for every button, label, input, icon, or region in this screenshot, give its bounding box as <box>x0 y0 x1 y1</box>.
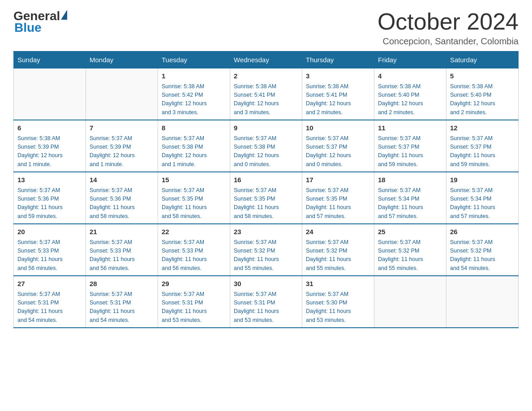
day-info: Sunrise: 5:37 AM Sunset: 5:32 PM Dayligh… <box>234 238 298 273</box>
day-number: 2 <box>234 71 298 81</box>
day-info: Sunrise: 5:37 AM Sunset: 5:33 PM Dayligh… <box>90 238 154 273</box>
calendar-cell: 19Sunrise: 5:37 AM Sunset: 5:34 PM Dayli… <box>446 172 519 224</box>
calendar-cell: 20Sunrise: 5:37 AM Sunset: 5:33 PM Dayli… <box>14 224 86 276</box>
title-block: October 2024 Concepcion, Santander, Colo… <box>378 9 519 47</box>
calendar-cell: 14Sunrise: 5:37 AM Sunset: 5:36 PM Dayli… <box>86 172 158 224</box>
day-info: Sunrise: 5:37 AM Sunset: 5:31 PM Dayligh… <box>90 290 154 325</box>
day-info: Sunrise: 5:38 AM Sunset: 5:40 PM Dayligh… <box>450 82 515 117</box>
calendar-cell: 10Sunrise: 5:37 AM Sunset: 5:37 PM Dayli… <box>302 120 374 172</box>
day-info: Sunrise: 5:38 AM Sunset: 5:39 PM Dayligh… <box>17 134 82 169</box>
weekday-header-saturday: Saturday <box>446 51 519 68</box>
day-info: Sunrise: 5:37 AM Sunset: 5:31 PM Dayligh… <box>234 290 298 325</box>
day-info: Sunrise: 5:37 AM Sunset: 5:32 PM Dayligh… <box>450 238 515 273</box>
day-info: Sunrise: 5:37 AM Sunset: 5:35 PM Dayligh… <box>162 186 226 221</box>
calendar-cell: 6Sunrise: 5:38 AM Sunset: 5:39 PM Daylig… <box>14 120 86 172</box>
day-number: 8 <box>162 123 226 133</box>
day-info: Sunrise: 5:37 AM Sunset: 5:30 PM Dayligh… <box>306 290 370 325</box>
day-number: 7 <box>90 123 154 133</box>
day-number: 24 <box>306 227 370 237</box>
calendar-cell: 25Sunrise: 5:37 AM Sunset: 5:32 PM Dayli… <box>374 224 446 276</box>
day-number: 10 <box>306 123 370 133</box>
calendar-cell: 1Sunrise: 5:38 AM Sunset: 5:42 PM Daylig… <box>158 68 230 120</box>
page-header: General Blue October 2024 Concepcion, Sa… <box>13 9 519 47</box>
calendar-week-5: 27Sunrise: 5:37 AM Sunset: 5:31 PM Dayli… <box>14 276 519 328</box>
calendar-week-1: 1Sunrise: 5:38 AM Sunset: 5:42 PM Daylig… <box>14 68 519 120</box>
day-info: Sunrise: 5:37 AM Sunset: 5:37 PM Dayligh… <box>450 134 515 169</box>
calendar-cell <box>374 276 446 328</box>
day-info: Sunrise: 5:37 AM Sunset: 5:32 PM Dayligh… <box>306 238 370 273</box>
calendar-cell: 16Sunrise: 5:37 AM Sunset: 5:35 PM Dayli… <box>230 172 302 224</box>
day-number: 28 <box>90 279 154 289</box>
calendar-cell: 22Sunrise: 5:37 AM Sunset: 5:33 PM Dayli… <box>158 224 230 276</box>
day-info: Sunrise: 5:37 AM Sunset: 5:32 PM Dayligh… <box>378 238 442 273</box>
day-number: 20 <box>17 227 82 237</box>
day-number: 1 <box>162 71 226 81</box>
day-number: 22 <box>162 227 226 237</box>
calendar-cell: 27Sunrise: 5:37 AM Sunset: 5:31 PM Dayli… <box>14 276 86 328</box>
day-number: 9 <box>234 123 298 133</box>
day-info: Sunrise: 5:38 AM Sunset: 5:42 PM Dayligh… <box>162 82 226 117</box>
calendar-cell <box>86 68 158 120</box>
calendar-cell <box>14 68 86 120</box>
day-info: Sunrise: 5:38 AM Sunset: 5:40 PM Dayligh… <box>378 82 442 117</box>
weekday-header-monday: Monday <box>86 51 158 68</box>
calendar-cell: 3Sunrise: 5:38 AM Sunset: 5:41 PM Daylig… <box>302 68 374 120</box>
calendar-week-2: 6Sunrise: 5:38 AM Sunset: 5:39 PM Daylig… <box>14 120 519 172</box>
weekday-header-row: SundayMondayTuesdayWednesdayThursdayFrid… <box>14 51 519 68</box>
day-info: Sunrise: 5:37 AM Sunset: 5:36 PM Dayligh… <box>90 186 154 221</box>
day-info: Sunrise: 5:37 AM Sunset: 5:39 PM Dayligh… <box>90 134 154 169</box>
calendar-cell: 30Sunrise: 5:37 AM Sunset: 5:31 PM Dayli… <box>230 276 302 328</box>
calendar-cell: 24Sunrise: 5:37 AM Sunset: 5:32 PM Dayli… <box>302 224 374 276</box>
day-number: 25 <box>378 227 442 237</box>
day-info: Sunrise: 5:37 AM Sunset: 5:31 PM Dayligh… <box>17 290 82 325</box>
day-number: 29 <box>162 279 226 289</box>
calendar-cell: 21Sunrise: 5:37 AM Sunset: 5:33 PM Dayli… <box>86 224 158 276</box>
day-number: 15 <box>162 175 226 185</box>
day-number: 11 <box>378 123 442 133</box>
calendar-cell: 11Sunrise: 5:37 AM Sunset: 5:37 PM Dayli… <box>374 120 446 172</box>
day-info: Sunrise: 5:37 AM Sunset: 5:37 PM Dayligh… <box>378 134 442 169</box>
day-number: 17 <box>306 175 370 185</box>
day-number: 26 <box>450 227 515 237</box>
page-title: October 2024 <box>378 9 519 34</box>
calendar-cell: 2Sunrise: 5:38 AM Sunset: 5:41 PM Daylig… <box>230 68 302 120</box>
logo: General Blue <box>13 9 67 35</box>
day-number: 18 <box>378 175 442 185</box>
calendar-cell: 23Sunrise: 5:37 AM Sunset: 5:32 PM Dayli… <box>230 224 302 276</box>
day-number: 21 <box>90 227 154 237</box>
calendar-cell: 31Sunrise: 5:37 AM Sunset: 5:30 PM Dayli… <box>302 276 374 328</box>
calendar-cell: 28Sunrise: 5:37 AM Sunset: 5:31 PM Dayli… <box>86 276 158 328</box>
calendar-cell: 15Sunrise: 5:37 AM Sunset: 5:35 PM Dayli… <box>158 172 230 224</box>
weekday-header-tuesday: Tuesday <box>158 51 230 68</box>
calendar-cell <box>446 276 519 328</box>
weekday-header-sunday: Sunday <box>14 51 86 68</box>
day-number: 19 <box>450 175 515 185</box>
weekday-header-thursday: Thursday <box>302 51 374 68</box>
calendar-week-3: 13Sunrise: 5:37 AM Sunset: 5:36 PM Dayli… <box>14 172 519 224</box>
calendar-week-4: 20Sunrise: 5:37 AM Sunset: 5:33 PM Dayli… <box>14 224 519 276</box>
calendar-cell: 4Sunrise: 5:38 AM Sunset: 5:40 PM Daylig… <box>374 68 446 120</box>
day-info: Sunrise: 5:37 AM Sunset: 5:35 PM Dayligh… <box>306 186 370 221</box>
day-number: 12 <box>450 123 515 133</box>
day-number: 14 <box>90 175 154 185</box>
day-number: 31 <box>306 279 370 289</box>
calendar-cell: 7Sunrise: 5:37 AM Sunset: 5:39 PM Daylig… <box>86 120 158 172</box>
calendar-cell: 9Sunrise: 5:37 AM Sunset: 5:38 PM Daylig… <box>230 120 302 172</box>
day-number: 4 <box>378 71 442 81</box>
calendar-cell: 8Sunrise: 5:37 AM Sunset: 5:38 PM Daylig… <box>158 120 230 172</box>
day-number: 27 <box>17 279 82 289</box>
calendar-cell: 13Sunrise: 5:37 AM Sunset: 5:36 PM Dayli… <box>14 172 86 224</box>
day-number: 6 <box>17 123 82 133</box>
day-info: Sunrise: 5:37 AM Sunset: 5:38 PM Dayligh… <box>234 134 298 169</box>
day-info: Sunrise: 5:37 AM Sunset: 5:36 PM Dayligh… <box>17 186 82 221</box>
day-info: Sunrise: 5:37 AM Sunset: 5:38 PM Dayligh… <box>162 134 226 169</box>
day-info: Sunrise: 5:38 AM Sunset: 5:41 PM Dayligh… <box>234 82 298 117</box>
calendar-table: SundayMondayTuesdayWednesdayThursdayFrid… <box>13 51 519 328</box>
weekday-header-wednesday: Wednesday <box>230 51 302 68</box>
day-number: 30 <box>234 279 298 289</box>
day-number: 3 <box>306 71 370 81</box>
day-info: Sunrise: 5:37 AM Sunset: 5:33 PM Dayligh… <box>162 238 226 273</box>
calendar-cell: 17Sunrise: 5:37 AM Sunset: 5:35 PM Dayli… <box>302 172 374 224</box>
day-number: 13 <box>17 175 82 185</box>
day-number: 16 <box>234 175 298 185</box>
